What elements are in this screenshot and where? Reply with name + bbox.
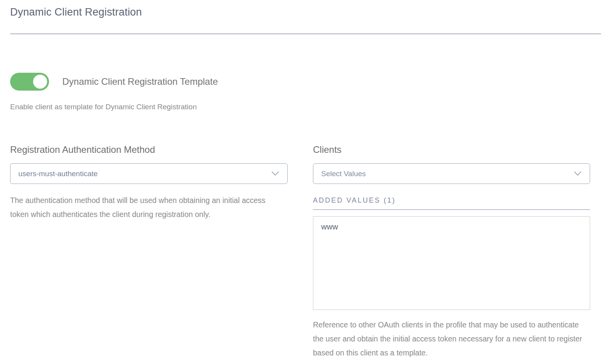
registration-auth-method-help-text: The authentication method that will be u…: [10, 193, 283, 221]
clients-help-text: Reference to other OAuth clients in the …: [313, 318, 590, 360]
registration-auth-method-value: users-must-authenticate: [18, 170, 98, 178]
dcr-template-toggle-row: Dynamic Client Registration Template: [10, 73, 590, 91]
title-divider: [10, 33, 601, 34]
registration-auth-method-heading: Registration Authentication Method: [10, 144, 288, 155]
registration-auth-method-section: Registration Authentication Method users…: [10, 144, 288, 360]
dcr-template-toggle-description: Enable client as template for Dynamic Cl…: [10, 103, 590, 111]
dcr-template-toggle[interactable]: [10, 73, 49, 91]
registration-auth-method-select[interactable]: users-must-authenticate: [10, 163, 288, 184]
clients-section: Clients Select Values ADDED VALUES (1) w…: [313, 144, 590, 360]
added-value-item[interactable]: www: [321, 222, 582, 231]
chevron-down-icon: [574, 172, 581, 176]
dynamic-client-registration-page: Dynamic Client Registration Dynamic Clie…: [0, 0, 601, 364]
added-values-label: ADDED VALUES (1): [313, 196, 590, 210]
clients-heading: Clients: [313, 144, 590, 155]
page-title: Dynamic Client Registration: [0, 0, 601, 18]
chevron-down-icon: [272, 172, 279, 176]
page-content: Dynamic Client Registration Template Ena…: [0, 73, 601, 360]
added-values-list: www: [313, 216, 590, 310]
toggle-knob-icon: [33, 75, 47, 89]
clients-select[interactable]: Select Values: [313, 163, 590, 184]
form-columns: Registration Authentication Method users…: [10, 144, 590, 360]
dcr-template-toggle-label: Dynamic Client Registration Template: [62, 76, 218, 87]
clients-select-placeholder: Select Values: [321, 170, 366, 178]
